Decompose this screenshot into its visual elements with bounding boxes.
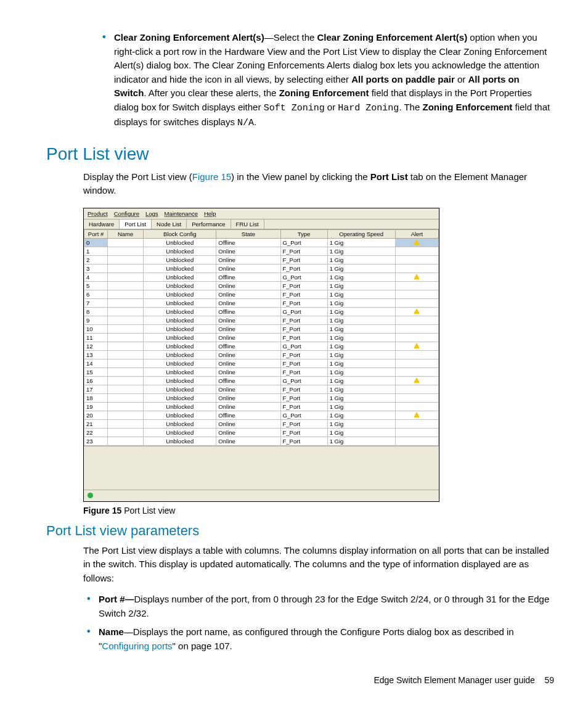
cell-state[interactable]: Online [216, 264, 280, 273]
table-row[interactable]: 14UnblockedOnlineF_Port1 Gig [84, 359, 439, 367]
cell-port[interactable]: 23 [84, 437, 108, 445]
cell-block[interactable]: Unblocked [144, 307, 216, 316]
cell-state[interactable]: Online [216, 393, 280, 402]
cell-speed[interactable]: 1 Gig [327, 281, 395, 290]
cell-speed[interactable]: 1 Gig [327, 273, 395, 281]
cell-alert[interactable] [395, 316, 438, 324]
cell-type[interactable]: F_Port [280, 247, 327, 255]
cell-state[interactable]: Online [216, 419, 280, 428]
cell-state[interactable]: Online [216, 359, 280, 367]
cell-speed[interactable]: 1 Gig [327, 316, 395, 324]
cell-alert[interactable] [395, 350, 438, 359]
table-row[interactable]: 8UnblockedOfflineG_Port1 Gig [84, 307, 439, 316]
cell-block[interactable]: Unblocked [144, 419, 216, 428]
cell-alert[interactable] [395, 393, 438, 402]
cell-state[interactable]: Online [216, 402, 280, 411]
cell-alert[interactable] [395, 376, 438, 385]
cell-type[interactable]: F_Port [280, 385, 327, 393]
cell-alert[interactable] [395, 359, 438, 367]
cell-type[interactable]: F_Port [280, 316, 327, 324]
col-alert[interactable]: Alert [395, 229, 438, 238]
cell-alert[interactable] [395, 290, 438, 298]
cell-port[interactable]: 20 [84, 411, 108, 419]
cell-state[interactable]: Online [216, 437, 280, 445]
tab-fru-list[interactable]: FRU List [231, 220, 264, 229]
cell-name[interactable] [108, 273, 144, 281]
table-row[interactable]: 12UnblockedOfflineG_Port1 Gig [84, 342, 439, 350]
figure-link[interactable]: Figure 15 [192, 171, 231, 182]
cell-type[interactable]: F_Port [280, 367, 327, 376]
table-row[interactable]: 7UnblockedOnlineF_Port1 Gig [84, 298, 439, 307]
cell-state[interactable]: Online [216, 324, 280, 333]
table-row[interactable]: 20UnblockedOfflineG_Port1 Gig [84, 411, 439, 419]
cell-block[interactable]: Unblocked [144, 316, 216, 324]
cell-port[interactable]: 6 [84, 290, 108, 298]
menu-configure[interactable]: Configure [114, 210, 139, 217]
cell-alert[interactable] [395, 273, 438, 281]
cell-alert[interactable] [395, 333, 438, 342]
cell-type[interactable]: F_Port [280, 281, 327, 290]
table-row[interactable]: 10UnblockedOnlineF_Port1 Gig [84, 324, 439, 333]
cell-port[interactable]: 9 [84, 316, 108, 324]
cell-type[interactable]: F_Port [280, 393, 327, 402]
cell-block[interactable]: Unblocked [144, 428, 216, 437]
menu-maintenance[interactable]: Maintenance [165, 210, 198, 217]
table-row[interactable]: 2UnblockedOnlineF_Port1 Gig [84, 255, 439, 264]
cell-port[interactable]: 18 [84, 393, 108, 402]
cell-alert[interactable] [395, 342, 438, 350]
col-block[interactable]: Block Config [144, 229, 216, 238]
cell-alert[interactable] [395, 428, 438, 437]
cell-speed[interactable]: 1 Gig [327, 437, 395, 445]
cell-speed[interactable]: 1 Gig [327, 264, 395, 273]
cell-block[interactable]: Unblocked [144, 281, 216, 290]
cell-alert[interactable] [395, 367, 438, 376]
cell-name[interactable] [108, 437, 144, 445]
cell-port[interactable]: 2 [84, 255, 108, 264]
cell-speed[interactable]: 1 Gig [327, 402, 395, 411]
cell-alert[interactable] [395, 255, 438, 264]
table-row[interactable]: 16UnblockedOfflineG_Port1 Gig [84, 376, 439, 385]
cell-state[interactable]: Online [216, 298, 280, 307]
cell-block[interactable]: Unblocked [144, 350, 216, 359]
cell-port[interactable]: 7 [84, 298, 108, 307]
table-row[interactable]: 6UnblockedOnlineF_Port1 Gig [84, 290, 439, 298]
cell-alert[interactable] [395, 264, 438, 273]
table-row[interactable]: 19UnblockedOnlineF_Port1 Gig [84, 402, 439, 411]
col-type[interactable]: Type [280, 229, 327, 238]
cell-block[interactable]: Unblocked [144, 367, 216, 376]
cell-port[interactable]: 22 [84, 428, 108, 437]
cell-state[interactable]: Online [216, 350, 280, 359]
cell-port[interactable]: 8 [84, 307, 108, 316]
port-grid[interactable]: Port # Name Block Config State Type Oper… [84, 229, 439, 446]
cell-type[interactable]: G_Port [280, 307, 327, 316]
cell-block[interactable]: Unblocked [144, 273, 216, 281]
cell-state[interactable]: Online [216, 367, 280, 376]
cell-type[interactable]: G_Port [280, 376, 327, 385]
cell-port[interactable]: 11 [84, 333, 108, 342]
cell-state[interactable]: Online [216, 385, 280, 393]
cell-alert[interactable] [395, 247, 438, 255]
cell-state[interactable]: Online [216, 316, 280, 324]
cell-alert[interactable] [395, 419, 438, 428]
table-row[interactable]: 1UnblockedOnlineF_Port1 Gig [84, 247, 439, 255]
cell-port[interactable]: 1 [84, 247, 108, 255]
cell-name[interactable] [108, 428, 144, 437]
cell-name[interactable] [108, 238, 144, 247]
cell-block[interactable]: Unblocked [144, 324, 216, 333]
cell-speed[interactable]: 1 Gig [327, 376, 395, 385]
cell-type[interactable]: F_Port [280, 264, 327, 273]
cell-speed[interactable]: 1 Gig [327, 333, 395, 342]
cell-type[interactable]: G_Port [280, 273, 327, 281]
tab-node-list[interactable]: Node List [152, 220, 187, 229]
table-row[interactable]: 21UnblockedOnlineF_Port1 Gig [84, 419, 439, 428]
cell-block[interactable]: Unblocked [144, 298, 216, 307]
cell-port[interactable]: 17 [84, 385, 108, 393]
menu-logs[interactable]: Logs [145, 210, 158, 217]
configuring-ports-link[interactable]: Configuring ports [102, 641, 172, 651]
col-port[interactable]: Port # [84, 229, 108, 238]
cell-type[interactable]: F_Port [280, 290, 327, 298]
cell-state[interactable]: Online [216, 333, 280, 342]
cell-name[interactable] [108, 333, 144, 342]
col-name[interactable]: Name [108, 229, 144, 238]
cell-state[interactable]: Offline [216, 411, 280, 419]
